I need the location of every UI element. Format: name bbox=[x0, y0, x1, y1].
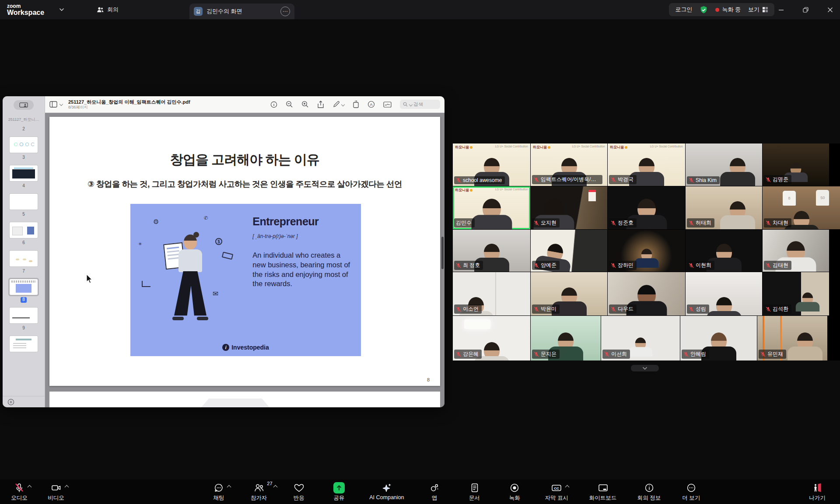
thumbnail-view-toggle-button[interactable] bbox=[14, 100, 34, 110]
toolbar-participants-button[interactable]: 27참가자 bbox=[249, 482, 269, 502]
participant-tile-강은혜[interactable]: 강은혜 bbox=[453, 316, 530, 360]
sparkle-doodle-icon: ✳ bbox=[138, 242, 142, 246]
share-export-icon[interactable] bbox=[317, 101, 324, 108]
participant-tile-장하민[interactable]: 장하민 bbox=[608, 230, 685, 272]
toolbar-video-button[interactable]: 비디오 bbox=[46, 482, 66, 502]
login-button[interactable]: 로그인 bbox=[675, 6, 692, 14]
toolbar-info-button[interactable]: 회의 정보 bbox=[637, 482, 661, 502]
recording-indicator[interactable]: 녹화 중 bbox=[715, 6, 741, 14]
participant-tile-이현희[interactable]: 이현희 bbox=[686, 230, 762, 272]
page-thumbnail[interactable] bbox=[10, 336, 38, 352]
card-heading: Entrepreneur bbox=[252, 215, 355, 228]
svg-text:CC: CC bbox=[554, 486, 560, 490]
thumbnail-page-6[interactable]: 6 bbox=[10, 222, 38, 246]
participant-tile-김태현[interactable]: 김태현 bbox=[763, 230, 829, 272]
thumbnail-page-4[interactable]: 4 bbox=[10, 165, 38, 189]
leave-meeting-button[interactable]: 나가기 bbox=[808, 482, 827, 502]
zoom-in-icon[interactable] bbox=[301, 101, 309, 108]
participant-tile-이소언[interactable]: 이소언 bbox=[453, 272, 530, 315]
toolbar-doc-button[interactable]: 문서 bbox=[465, 482, 484, 502]
sidebar-panel-icon[interactable] bbox=[49, 101, 57, 108]
toolbar-more-button[interactable]: 더 보기 bbox=[682, 482, 701, 502]
zoom-out-icon[interactable] bbox=[286, 101, 293, 108]
participant-tile-정준호[interactable]: 정준호 bbox=[608, 186, 685, 229]
page-thumbnail[interactable] bbox=[10, 279, 38, 295]
pdf-scrollbar[interactable] bbox=[441, 237, 444, 269]
toolbar-sparkle-button[interactable]: AI Companion bbox=[369, 482, 404, 500]
pen-chevron-icon[interactable] bbox=[341, 102, 345, 106]
participant-tile-문지은[interactable]: 문지은 bbox=[531, 316, 601, 360]
page-thumbnail[interactable] bbox=[10, 251, 38, 266]
participant-tile-박윤미[interactable]: 박윤미 bbox=[531, 272, 607, 315]
page-thumbnail[interactable] bbox=[10, 222, 38, 238]
participant-tile-유민재[interactable]: 유민재 bbox=[757, 316, 827, 360]
toolbar-record-button[interactable]: 녹화 bbox=[505, 482, 524, 502]
annotate-pen-icon[interactable] bbox=[332, 101, 344, 108]
collapse-grid-button[interactable] bbox=[631, 365, 659, 371]
accessibility-a-icon[interactable]: A bbox=[368, 101, 375, 108]
thumbnail-page-8[interactable]: 8 bbox=[10, 279, 38, 303]
toolbar-mic-off-button[interactable]: 오디오 bbox=[10, 482, 29, 502]
info-icon[interactable] bbox=[270, 101, 277, 108]
thumbnail-page-9[interactable]: 9 bbox=[10, 308, 38, 331]
participant-tile-이선희[interactable]: 이선희 bbox=[601, 316, 680, 360]
thumbnail-page-2[interactable]: 2 bbox=[22, 124, 25, 132]
chevron-up-icon[interactable] bbox=[64, 485, 69, 490]
participant-tile-school-awesome[interactable]: 하모니움LG U+ Social Contributionschool awes… bbox=[453, 144, 530, 186]
search-scope-chevron-icon[interactable] bbox=[409, 102, 413, 106]
participant-tile-안혜림[interactable]: 안혜림 bbox=[680, 316, 757, 360]
rotate-page-icon[interactable] bbox=[353, 101, 359, 108]
participant-tile-Shia-Kim[interactable]: Shia Kim bbox=[686, 144, 762, 186]
participant-tile-김석환[interactable]: 김석환 bbox=[763, 272, 829, 315]
page-number-label: 5 bbox=[22, 212, 25, 217]
tab-options-icon[interactable]: ⋯ bbox=[280, 7, 290, 16]
participant-tile-최-정호[interactable]: 최 정호 bbox=[453, 230, 530, 272]
toolbar-heart-button[interactable]: 반응 bbox=[289, 482, 308, 502]
close-icon[interactable] bbox=[824, 4, 836, 15]
participant-tile-성림[interactable]: 성림 bbox=[686, 272, 762, 315]
add-page-icon[interactable] bbox=[7, 399, 14, 406]
tab-kim-minsu-screen[interactable]: 김 김민수의 화면 ⋯ bbox=[189, 4, 294, 19]
page-thumbnail[interactable] bbox=[10, 308, 38, 323]
participant-tile-김민수[interactable]: 하모니움LG U+ Social Contribution김민수 bbox=[453, 186, 530, 229]
pdf-filename: 251127_하모니움_창업의 이해_임팩트스퀘어 김민수.pdf bbox=[68, 99, 190, 105]
page-thumbnail[interactable] bbox=[10, 194, 38, 210]
participant-name: 양예준 bbox=[541, 262, 556, 269]
participant-tile-차대현[interactable]: 차대현 bbox=[763, 186, 840, 229]
slide-title: 창업을 고려해야 하는 이유 bbox=[49, 151, 440, 169]
chevron-up-icon[interactable] bbox=[227, 485, 231, 490]
toolbar-chat-button[interactable]: 채팅 bbox=[209, 482, 228, 502]
participant-tile-김명준[interactable]: 김명준 bbox=[763, 144, 829, 186]
chevron-up-icon[interactable] bbox=[273, 485, 277, 490]
panel-chevron-icon[interactable] bbox=[60, 102, 63, 106]
restore-icon[interactable] bbox=[800, 4, 811, 15]
security-shield-icon[interactable] bbox=[700, 6, 708, 14]
participant-silhouette bbox=[707, 297, 742, 315]
pdf-search-input[interactable]: 검색 bbox=[400, 100, 440, 109]
page-thumbnail[interactable] bbox=[10, 165, 38, 181]
minimize-icon[interactable] bbox=[775, 4, 787, 15]
chevron-up-icon[interactable] bbox=[28, 485, 32, 490]
toolbar-cc-button[interactable]: CC자막 표시 bbox=[545, 482, 568, 502]
pdf-content-area[interactable]: 창업을 고려해야 하는 이유 ③ 창업을 하는 것, 그리고 창업가처럼 사고하… bbox=[45, 113, 444, 407]
thumbnail-page-5[interactable]: 5 bbox=[10, 194, 38, 217]
thumbnail-page-partial[interactable] bbox=[10, 336, 38, 360]
participant-tile-양예준[interactable]: 양예준 bbox=[531, 230, 607, 272]
view-button[interactable]: 보기 bbox=[748, 6, 768, 14]
participant-tile-오지현[interactable]: 오지현 bbox=[531, 186, 607, 229]
thumbnail-page-3[interactable]: 3 bbox=[10, 137, 38, 161]
participant-tile-다우드[interactable]: 다우드 bbox=[608, 272, 685, 315]
participant-tile-박경국[interactable]: 하모니움LG U+ Social Contribution박경국 bbox=[608, 144, 685, 186]
participant-tile-임팩트스퀘어-이병욱-매-[interactable]: 하모니움LG U+ Social Contribution임팩트스퀘어/이병욱/… bbox=[531, 144, 607, 186]
toolbar-share-button[interactable]: 공유 bbox=[329, 482, 349, 502]
signature-icon[interactable] bbox=[383, 102, 392, 108]
tab-meeting[interactable]: 회의 bbox=[92, 0, 123, 19]
participant-tile-허태희[interactable]: 허태희 bbox=[686, 186, 762, 229]
page-thumbnail[interactable] bbox=[10, 137, 38, 153]
toolbar-apps-button[interactable]: 앱 bbox=[425, 482, 444, 502]
workspace-switcher-chevron-icon[interactable] bbox=[59, 8, 64, 11]
toolbar-whiteboard-button[interactable]: 화이트보드 bbox=[589, 482, 617, 502]
participant-name: 차대현 bbox=[773, 219, 788, 227]
thumbnail-page-7[interactable]: 7 bbox=[10, 251, 38, 274]
chevron-up-icon[interactable] bbox=[565, 485, 570, 490]
